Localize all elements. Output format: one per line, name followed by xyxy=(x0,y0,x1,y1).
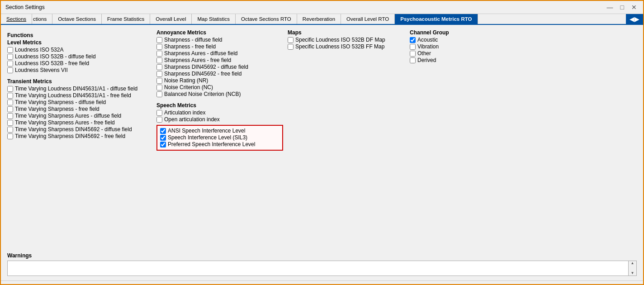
speech-ansi-sil-checkbox[interactable] xyxy=(160,128,166,134)
tab-map-statistics[interactable]: Map Statistics xyxy=(192,14,236,24)
channel-derived: Derived xyxy=(410,57,491,63)
speech-open-articulation-index-checkbox[interactable] xyxy=(156,117,162,123)
tab-psychoacoustic-metrics-rto[interactable]: Psychoacoustic Metrics RTO xyxy=(395,14,478,24)
tab-overall-level[interactable]: Overall Level xyxy=(150,14,192,24)
channel-group-title: Channel Group xyxy=(410,29,491,36)
middle-column: Annoyance Metrics Sharpness - diffuse fi… xyxy=(156,29,283,248)
level-loudness-stevens-checkbox[interactable] xyxy=(7,67,13,73)
transient-tvs-df-checkbox[interactable] xyxy=(7,100,13,105)
annoyance-sharpness-aures-ff-checkbox[interactable] xyxy=(156,57,162,63)
annoyance-sharpness-ff: Sharpness - free field xyxy=(156,43,283,50)
channel-other-label: Other xyxy=(417,50,431,57)
warnings-scrollbar[interactable]: ▲ ▼ xyxy=(628,261,636,276)
annoyance-sharpness-df-checkbox[interactable] xyxy=(156,37,162,43)
warnings-input[interactable] xyxy=(8,261,628,276)
speech-open-articulation-index-label: Open articulation index xyxy=(164,116,220,123)
window-controls: — □ ✕ xyxy=(605,4,639,11)
main-window: Section Settings — □ ✕ Sections ctions O… xyxy=(0,0,644,285)
maximize-button[interactable]: □ xyxy=(619,4,626,11)
speech-metrics-title: Speech Metrics xyxy=(156,102,283,109)
channel-vibration-checkbox[interactable] xyxy=(410,44,416,50)
transient-tvl-din-ff-checkbox[interactable] xyxy=(7,93,13,99)
maps-specific-loudness-df-label: Specific Loudness ISO 532B DF Map xyxy=(295,37,385,43)
level-loudness-stevens-label: Loudness Stevens VII xyxy=(15,67,68,73)
speech-articulation-index-checkbox[interactable] xyxy=(156,110,162,116)
level-loudness-532b-df-checkbox[interactable] xyxy=(7,54,13,60)
tab-octave-sections[interactable]: Octave Sections xyxy=(52,14,102,24)
channel-derived-checkbox[interactable] xyxy=(410,57,416,63)
speech-ansi-sil-label: ANSI Speech Interference Level xyxy=(168,128,245,134)
tab-octave-sections-rto[interactable]: Octave Sections RTO xyxy=(236,14,297,24)
transient-tvs-aures-df-checkbox[interactable] xyxy=(7,113,13,119)
minimize-button[interactable]: — xyxy=(605,4,615,11)
channel-other: Other xyxy=(410,50,491,57)
channel-vibration-label: Vibration xyxy=(417,43,439,50)
functions-label: Functions xyxy=(7,32,152,38)
transient-tvs-aures-ff-checkbox[interactable] xyxy=(7,120,13,126)
transient-tvs-din-df-checkbox[interactable] xyxy=(7,127,13,133)
annoyance-sharpness-din-ff-label: Sharpness DIN45692 - free field xyxy=(164,71,242,77)
scroll-down-arrow[interactable]: ▼ xyxy=(631,271,635,275)
window-title: Section Settings xyxy=(5,4,45,10)
annoyance-metrics-title: Annoyance Metrics xyxy=(156,29,283,36)
channel-derived-label: Derived xyxy=(417,57,436,63)
tab-nav-button[interactable]: ◀▶ xyxy=(626,14,643,24)
transient-tvs-ff: Time Varying Sharpness - free field xyxy=(7,106,152,112)
speech-articulation-index-label: Articulation index xyxy=(164,109,205,116)
transient-tvs-din-ff: Time Varying Sharpness DIN45692 - free f… xyxy=(7,133,152,139)
channel-acoustic-checkbox[interactable] xyxy=(410,37,416,43)
tab-sections[interactable]: Sections xyxy=(1,14,32,24)
speech-sil3-checkbox[interactable] xyxy=(160,135,166,141)
transient-tvs-din-ff-checkbox[interactable] xyxy=(7,133,13,139)
level-loudness-532b-ff-checkbox[interactable] xyxy=(7,61,13,66)
level-loudness-532b-df-label: Loudness ISO 532B - diffuse field xyxy=(15,53,96,60)
transient-tvs-ff-checkbox[interactable] xyxy=(7,106,13,112)
annoyance-sharpness-din-df: Sharpness DIN45692 - diffuse field xyxy=(156,64,283,70)
transient-tvl-din-ff: Time Varying Loudness DIN45631/A1 - free… xyxy=(7,92,152,99)
speech-open-articulation-index: Open articulation index xyxy=(156,116,283,123)
transient-tvs-df-label: Time Varying Sharpness - diffuse field xyxy=(15,99,106,105)
speech-ansi-sil: ANSI Speech Interference Level xyxy=(160,128,279,134)
tab-frame-statistics[interactable]: Frame Statistics xyxy=(102,14,150,24)
maps-specific-loudness-ff-label: Specific Loudness ISO 532B FF Map xyxy=(295,43,384,50)
maps-specific-loudness-ff-checkbox[interactable] xyxy=(288,44,294,50)
channel-vibration: Vibration xyxy=(410,43,491,50)
annoyance-sharpness-din-df-checkbox[interactable] xyxy=(156,64,162,70)
speech-highlighted-group: ANSI Speech Interference Level Speech In… xyxy=(156,125,283,151)
channel-acoustic: Acoustic xyxy=(410,37,491,43)
channel-other-checkbox[interactable] xyxy=(410,51,416,57)
annoyance-sharpness-aures-df-checkbox[interactable] xyxy=(156,51,162,57)
speech-psil-checkbox[interactable] xyxy=(160,142,166,147)
maps-specific-loudness-df-checkbox[interactable] xyxy=(288,37,294,43)
speech-sil3-label: Speech Interference Level (SIL3) xyxy=(168,134,247,141)
annoyance-balanced-noise-criterion-label: Balanced Noise Criterion (NCB) xyxy=(164,91,241,97)
tab-tions[interactable]: ctions xyxy=(32,14,52,24)
channel-acoustic-label: Acoustic xyxy=(417,37,438,43)
warnings-label: Warnings xyxy=(7,252,637,259)
annoyance-sharpness-ff-checkbox[interactable] xyxy=(156,44,162,50)
level-metrics-title: Level Metrics xyxy=(7,39,152,46)
scroll-up-arrow[interactable]: ▲ xyxy=(631,261,635,265)
tab-reverberation[interactable]: Reverberation xyxy=(297,14,341,24)
annoyance-sharpness-aures-ff: Sharpness Aures - free field xyxy=(156,57,283,63)
speech-articulation-index: Articulation index xyxy=(156,109,283,116)
annoyance-sharpness-din-ff-checkbox[interactable] xyxy=(156,71,162,77)
tab-overall-level-rto[interactable]: Overall Level RTO xyxy=(341,14,395,24)
transient-tvs-aures-df-label: Time Varying Sharpness Aures - diffuse f… xyxy=(15,113,121,119)
annoyance-sharpness-din-ff: Sharpness DIN45692 - free field xyxy=(156,71,283,77)
annoyance-noise-criterion-checkbox[interactable] xyxy=(156,85,162,90)
annoyance-balanced-noise-criterion-checkbox[interactable] xyxy=(156,91,162,97)
annoyance-noise-rating: Noise Rating (NR) xyxy=(156,77,283,84)
close-button[interactable]: ✕ xyxy=(630,4,639,11)
annoyance-sharpness-aures-df: Sharpness Aures - diffuse field xyxy=(156,50,283,57)
bottom-bar xyxy=(1,280,643,284)
level-loudness-532a-checkbox[interactable] xyxy=(7,47,13,53)
transient-tvs-ff-label: Time Varying Sharpness - free field xyxy=(15,106,99,112)
level-loudness-532b-ff: Loudness ISO 532B - free field xyxy=(7,60,152,66)
transient-tvl-din-df-checkbox[interactable] xyxy=(7,86,13,92)
speech-psil: Preferred Speech Interference Level xyxy=(160,141,279,147)
annoyance-noise-criterion-label: Noise Criterion (NC) xyxy=(164,84,213,90)
annoyance-noise-rating-checkbox[interactable] xyxy=(156,78,162,84)
maps-title: Maps xyxy=(288,29,405,36)
annoyance-sharpness-df-label: Sharpness - diffuse field xyxy=(164,37,223,43)
